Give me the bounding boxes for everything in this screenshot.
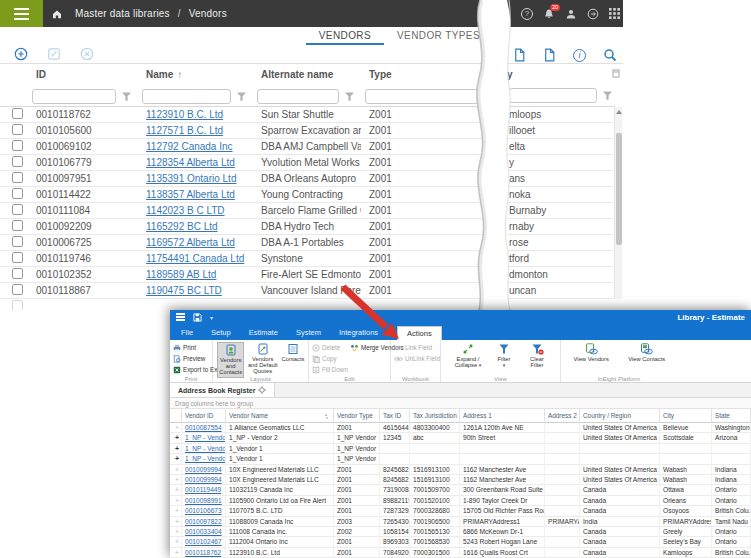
row-expander-icon[interactable]: +	[173, 496, 181, 506]
filter-id-input[interactable]	[32, 89, 116, 104]
vendor-name-link[interactable]: 1142023 B C LTD	[146, 205, 225, 216]
header-city[interactable]: City	[660, 409, 712, 423]
column-chooser-icon[interactable]	[612, 69, 620, 78]
vendor-name-link[interactable]: 1127571 B.C. Ltd	[146, 125, 223, 136]
row-checkbox[interactable]	[12, 124, 23, 135]
menu-item[interactable]: Actions	[397, 326, 442, 340]
vendor-id-link[interactable]: 0010118762	[185, 549, 221, 556]
filter-funnel-icon[interactable]	[121, 91, 132, 102]
contacts-layout-button[interactable]: Contacts	[281, 342, 305, 363]
vendor-id-link[interactable]: 1_NP - Vendor1	[185, 445, 226, 452]
row-checkbox[interactable]	[12, 188, 23, 199]
edit-vendor-button[interactable]	[47, 47, 61, 61]
main-menu-button[interactable]	[0, 0, 43, 27]
window-menu-icon[interactable]	[176, 316, 185, 318]
filter-funnel-icon[interactable]	[236, 91, 247, 102]
header-address-1[interactable]: Address 1	[460, 409, 545, 423]
vendor-id-link[interactable]: 0010102467	[185, 538, 222, 545]
header-country-region[interactable]: Country / Region	[580, 409, 660, 423]
fill-down-button[interactable]: Fill Down	[312, 364, 346, 375]
vendor-name-link[interactable]: 1169572 Alberta Ltd	[146, 237, 235, 248]
filter-button[interactable]: Filter▾	[491, 342, 517, 369]
row-checkbox[interactable]	[12, 156, 23, 167]
menu-item[interactable]: File	[172, 326, 202, 340]
view-contacts-button[interactable]: View Contacts	[623, 342, 671, 363]
row-checkbox[interactable]	[12, 252, 23, 263]
vendor-name-link[interactable]: 1138357 Alberta Ltd	[146, 189, 235, 200]
vendor-id-link[interactable]: 1_NP - Vendor2	[185, 434, 226, 441]
filter-type-input[interactable]	[365, 89, 497, 104]
row-expander-icon[interactable]: +	[173, 475, 181, 485]
info-icon[interactable]: i	[573, 49, 586, 62]
quick-access-caret-icon[interactable]: ▾	[210, 314, 213, 321]
row-checkbox[interactable]	[12, 108, 23, 119]
header-alternate-name[interactable]: Alternate name	[253, 69, 361, 80]
menu-item[interactable]: Estimate	[240, 326, 287, 340]
filter-funnel-icon[interactable]	[344, 91, 355, 102]
row-checkbox[interactable]	[12, 268, 23, 279]
row-expander-icon[interactable]: +	[173, 527, 181, 537]
row-expander-icon[interactable]: +	[173, 465, 181, 475]
row-checkbox[interactable]	[12, 204, 23, 215]
vendor-name-link[interactable]: 1165292 BC Ltd	[146, 221, 218, 232]
group-by-hint[interactable]: Drag columns here to group	[170, 398, 751, 409]
import-doc-icon[interactable]	[543, 48, 556, 62]
row-expander-icon[interactable]: +	[173, 454, 181, 464]
print-button[interactable]: Print	[173, 342, 210, 353]
save-icon[interactable]	[193, 313, 202, 322]
vendor-name-link[interactable]: 1135391 Ontario Ltd	[146, 173, 236, 184]
delete-vendor-button[interactable]	[80, 47, 94, 61]
menu-item[interactable]: Setup	[202, 326, 240, 340]
row-checkbox[interactable]	[12, 220, 23, 231]
notifications-bell-icon[interactable]: 20	[543, 8, 555, 20]
header-address-2[interactable]: Address 2	[545, 409, 580, 423]
filter-funnel-icon[interactable]	[602, 90, 613, 101]
delete-button[interactable]: Delete	[312, 342, 346, 353]
search-icon[interactable]	[603, 48, 617, 62]
row-checkbox[interactable]	[12, 172, 23, 183]
row-expander-icon[interactable]: +	[173, 537, 181, 547]
row-expander-icon[interactable]: +	[173, 506, 181, 516]
header-id[interactable]: ID	[28, 69, 138, 80]
header-state[interactable]: State	[712, 409, 751, 423]
sort-icon[interactable]	[323, 413, 330, 420]
menu-item[interactable]: Integrations	[330, 326, 387, 340]
breadcrumb-root[interactable]: Master data libraries	[75, 8, 170, 19]
header-tax-id[interactable]: Tax ID	[380, 409, 410, 423]
preview-button[interactable]: Preview	[173, 353, 210, 364]
header-name[interactable]: Name↑	[138, 69, 253, 80]
vendor-id-link[interactable]: 1_NP - Vendor1	[185, 455, 226, 462]
filter-name-input[interactable]	[142, 89, 231, 104]
row-expander-icon[interactable]: +	[173, 485, 181, 495]
home-icon[interactable]	[51, 8, 63, 20]
scrollbar-thumb[interactable]	[616, 133, 622, 245]
vendor-name-link[interactable]: 11754491 Canada Ltd	[146, 253, 244, 264]
vendor-id-link[interactable]: 0010099994	[185, 466, 222, 473]
row-checkbox[interactable]	[12, 284, 23, 295]
row-expander-icon[interactable]: +	[173, 444, 181, 454]
help-icon[interactable]: ?	[521, 8, 533, 20]
filter-alternate-input[interactable]	[257, 89, 339, 104]
header-vendor-id[interactable]: Vendor ID	[182, 409, 226, 423]
vendor-id-link[interactable]: 0010097822	[185, 518, 222, 525]
clear-filter-button[interactable]: Clear Filter	[523, 342, 551, 369]
row-expander-icon[interactable]: +	[173, 548, 181, 558]
apps-grid-icon[interactable]	[609, 8, 620, 19]
signout-icon[interactable]	[587, 8, 599, 20]
vendor-name-link[interactable]: 112792 Canada Inc	[146, 141, 233, 152]
row-expander-icon[interactable]: +	[173, 433, 181, 443]
vendor-id-link[interactable]: 0010033404	[185, 528, 222, 535]
scroll-up-icon[interactable]	[616, 110, 622, 114]
vendor-name-link[interactable]: 1189589 AB Ltd	[146, 269, 216, 280]
vendor-name-link[interactable]: 1123910 B.C. Ltd	[146, 109, 223, 120]
vendor-name-link[interactable]: 1128354 Alberta Ltd	[146, 157, 235, 168]
header-vendor-type[interactable]: Vendor Type	[334, 409, 380, 423]
vendor-id-link[interactable]: 0010119449	[185, 486, 221, 493]
add-vendor-button[interactable]	[14, 47, 28, 61]
vendor-id-link[interactable]: 0010098991	[185, 497, 222, 504]
vendor-id-link[interactable]: 0010099994	[185, 476, 222, 483]
vendor-id-link[interactable]: 0010106673	[185, 507, 222, 514]
vendors-default-quotes-layout-button[interactable]: Vendors and Default Quotes	[246, 342, 279, 376]
menu-item[interactable]: System	[287, 326, 330, 340]
expand-collapse-button[interactable]: Expand / Collapse ▾	[451, 342, 485, 369]
